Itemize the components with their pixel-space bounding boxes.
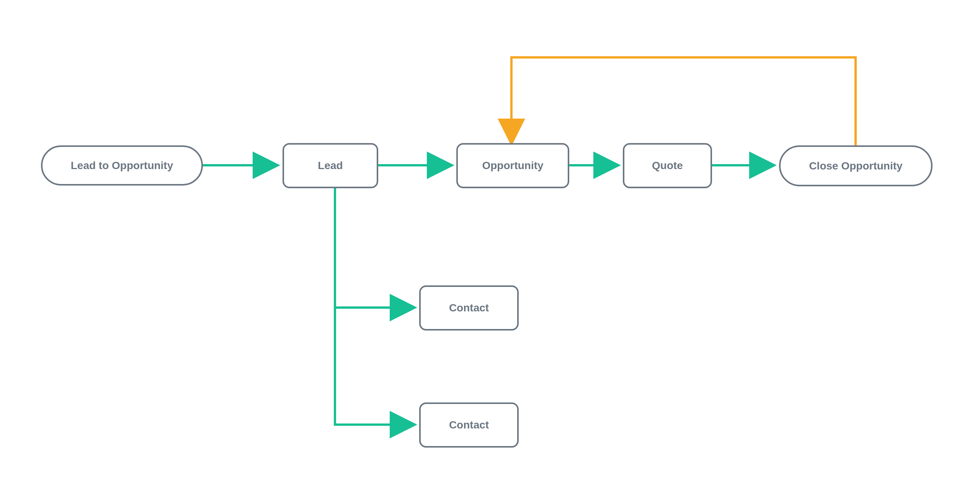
node-opportunity: Opportunity bbox=[456, 143, 569, 188]
edge-lead-to-contact-2 bbox=[335, 188, 413, 425]
node-close-opportunity: Close Opportunity bbox=[779, 145, 933, 186]
node-lead-to-opportunity: Lead to Opportunity bbox=[41, 145, 203, 186]
edge-lead-to-contact-1 bbox=[335, 188, 413, 308]
diagram-canvas: Lead to Opportunity Lead Opportunity Quo… bbox=[0, 0, 980, 500]
node-label: Close Opportunity bbox=[809, 160, 902, 172]
node-label: Quote bbox=[652, 160, 683, 172]
node-quote: Quote bbox=[623, 143, 712, 188]
node-label: Lead to Opportunity bbox=[71, 160, 173, 172]
node-label: Contact bbox=[449, 419, 489, 431]
node-label: Contact bbox=[449, 302, 489, 314]
edge-close-to-opportunity-loop bbox=[511, 57, 856, 145]
node-contact-2: Contact bbox=[419, 402, 519, 448]
node-contact-1: Contact bbox=[419, 285, 519, 331]
node-label: Opportunity bbox=[482, 160, 543, 172]
node-label: Lead bbox=[318, 160, 343, 172]
node-lead: Lead bbox=[283, 143, 378, 188]
